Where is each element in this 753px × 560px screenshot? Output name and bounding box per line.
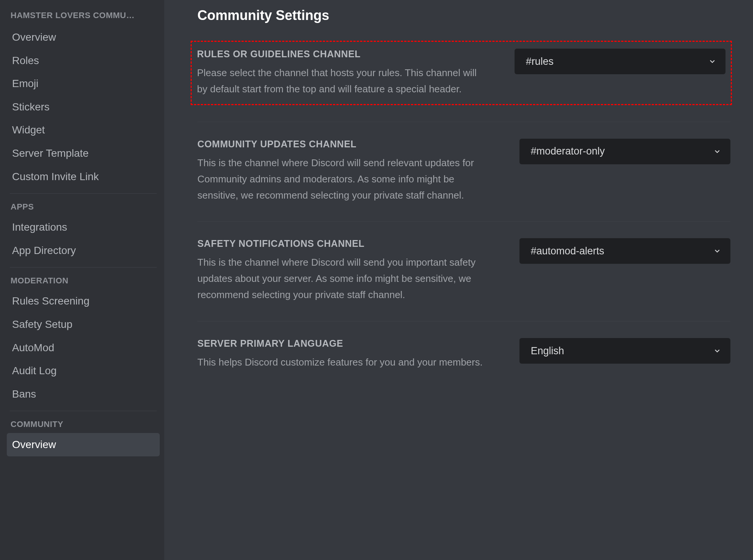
setting-title: SAFETY NOTIFICATIONS CHANNEL [197, 238, 489, 249]
chevron-down-icon [713, 247, 721, 255]
page-title: Community Settings [197, 8, 730, 23]
setting-description: Please select the channel that hosts you… [197, 65, 484, 97]
sidebar-item-server-template[interactable]: Server Template [7, 142, 160, 165]
sidebar-item-widget[interactable]: Widget [7, 118, 160, 142]
setting-info: RULES OR GUIDELINES CHANNEL Please selec… [197, 49, 484, 97]
sidebar-item-emoji[interactable]: Emoji [7, 72, 160, 95]
chevron-down-icon [708, 57, 716, 66]
sidebar-item-integrations[interactable]: Integrations [7, 216, 160, 239]
setting-info: COMMUNITY UPDATES CHANNEL This is the ch… [197, 139, 489, 203]
app-root: HAMSTER LOVERS COMMU… Overview Roles Emo… [0, 0, 753, 560]
setting-community-updates-channel: COMMUNITY UPDATES CHANNEL This is the ch… [197, 139, 730, 222]
setting-info: SERVER PRIMARY LANGUAGE This helps Disco… [197, 338, 489, 370]
server-primary-language-select[interactable]: English [519, 338, 730, 364]
rules-channel-select[interactable]: #rules [515, 49, 726, 74]
select-value: #rules [526, 56, 554, 67]
sidebar-item-safety-setup[interactable]: Safety Setup [7, 313, 160, 336]
sidebar-item-app-directory[interactable]: App Directory [7, 239, 160, 262]
highlight-box: RULES OR GUIDELINES CHANNEL Please selec… [191, 41, 732, 105]
setting-title: SERVER PRIMARY LANGUAGE [197, 338, 489, 349]
sidebar-section-community: COMMUNITY [7, 411, 160, 433]
sidebar-section-apps: APPS [7, 194, 160, 216]
sidebar-item-overview[interactable]: Overview [7, 26, 160, 49]
sidebar-item-roles[interactable]: Roles [7, 49, 160, 72]
select-value: English [531, 345, 564, 357]
sidebar-item-bans[interactable]: Bans [7, 383, 160, 406]
setting-divider [197, 122, 730, 122]
sidebar-item-rules-screening[interactable]: Rules Screening [7, 289, 160, 313]
setting-description: This is the channel where Discord will s… [197, 155, 489, 203]
sidebar-item-community-overview[interactable]: Overview [7, 433, 160, 456]
setting-safety-notifications-channel: SAFETY NOTIFICATIONS CHANNEL This is the… [197, 238, 730, 321]
select-value: #automod-alerts [531, 245, 604, 257]
chevron-down-icon [713, 347, 721, 355]
setting-title: COMMUNITY UPDATES CHANNEL [197, 139, 489, 150]
settings-sidebar: HAMSTER LOVERS COMMU… Overview Roles Emo… [0, 0, 164, 560]
sidebar-item-automod[interactable]: AutoMod [7, 336, 160, 360]
sidebar-item-audit-log[interactable]: Audit Log [7, 359, 160, 383]
setting-info: SAFETY NOTIFICATIONS CHANNEL This is the… [197, 238, 489, 303]
setting-rules-channel: RULES OR GUIDELINES CHANNEL Please selec… [197, 49, 726, 97]
sidebar-item-custom-invite-link[interactable]: Custom Invite Link [7, 165, 160, 188]
setting-description: This is the channel where Discord will s… [197, 254, 489, 303]
sidebar-item-stickers[interactable]: Stickers [7, 95, 160, 119]
safety-notifications-channel-select[interactable]: #automod-alerts [519, 238, 730, 264]
sidebar-section-moderation: MODERATION [7, 268, 160, 289]
setting-description: This helps Discord customize features fo… [197, 354, 489, 370]
select-value: #moderator-only [531, 145, 605, 157]
community-updates-channel-select[interactable]: #moderator-only [519, 139, 730, 164]
chevron-down-icon [713, 147, 721, 156]
main-content: Community Settings RULES OR GUIDELINES C… [164, 0, 753, 560]
server-name-header: HAMSTER LOVERS COMMU… [7, 8, 160, 26]
setting-title: RULES OR GUIDELINES CHANNEL [197, 49, 484, 60]
setting-server-primary-language: SERVER PRIMARY LANGUAGE This helps Disco… [197, 338, 730, 370]
